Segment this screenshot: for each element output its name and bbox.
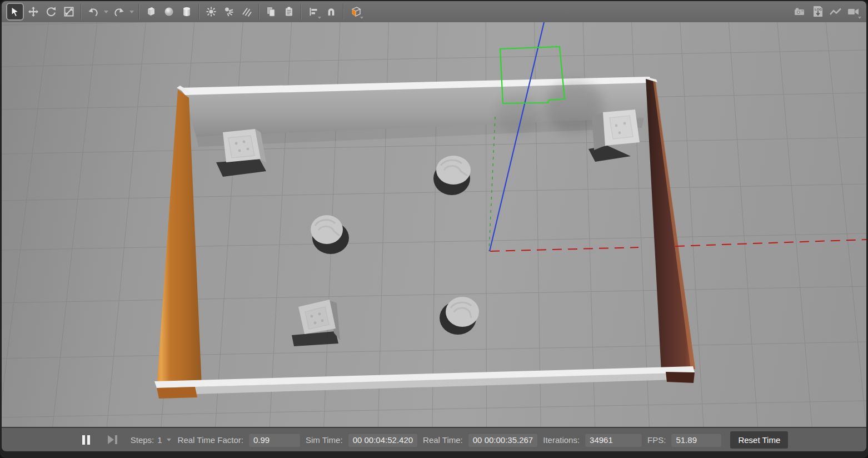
box-shape-icon xyxy=(146,6,157,17)
undo-dropdown-icon[interactable] xyxy=(104,11,108,13)
align-icon xyxy=(308,6,319,17)
paste-icon xyxy=(283,6,295,17)
insert-model-dropdown-icon[interactable] xyxy=(360,17,363,19)
toolbar-separator xyxy=(198,4,199,19)
insert-box-button[interactable] xyxy=(143,3,159,20)
video-record-button[interactable] xyxy=(845,3,862,20)
cylinder-obstacle-top[interactable] xyxy=(433,156,471,195)
real-time-label: Real Time: xyxy=(423,435,463,445)
spot-light-button[interactable] xyxy=(221,3,237,20)
redo-button[interactable] xyxy=(111,3,127,20)
real-time-field: 00 00:00:35.267 xyxy=(468,433,537,447)
align-dropdown-icon[interactable] xyxy=(318,17,321,19)
camera-icon xyxy=(794,6,807,17)
snap-button[interactable] xyxy=(323,3,340,20)
pause-button[interactable] xyxy=(80,433,92,447)
log-record-button[interactable]: LOG xyxy=(810,3,826,20)
fps-field: 51.89 xyxy=(671,433,721,447)
copy-icon xyxy=(266,6,277,17)
toolbar-separator xyxy=(301,4,302,19)
insert-cylinder-button[interactable] xyxy=(178,3,195,20)
plot-line-icon xyxy=(829,6,842,17)
step-button[interactable] xyxy=(106,433,119,446)
gazebo-window: LOG xyxy=(0,0,868,458)
spot-light-icon xyxy=(223,6,235,17)
toolbar-separator xyxy=(138,4,139,19)
cylinder-obstacle-middle[interactable] xyxy=(311,215,349,254)
sim-time-field: 00 00:04:52.420 xyxy=(348,433,417,447)
log-file-icon: LOG xyxy=(812,5,824,18)
iterations-label: Iterations: xyxy=(543,435,580,445)
orange-box-icon xyxy=(350,6,362,18)
simulation-statusbar: Steps: 1 Real Time Factor: 0.99 Sim Time… xyxy=(2,427,866,451)
scale-icon xyxy=(63,6,74,17)
screenshot-button[interactable] xyxy=(792,3,809,20)
magnet-icon xyxy=(326,6,337,17)
steps-value[interactable]: 1 xyxy=(157,435,162,445)
sun-light-icon xyxy=(206,6,217,17)
fps-label: FPS: xyxy=(647,435,666,445)
plot-button[interactable] xyxy=(827,3,844,20)
reset-time-button[interactable]: Reset Time xyxy=(730,431,788,449)
paste-button[interactable] xyxy=(281,3,297,20)
box-obstacle-top-left[interactable] xyxy=(216,129,266,177)
steps-dropdown-icon[interactable] xyxy=(167,439,171,441)
video-camera-icon xyxy=(847,6,860,17)
step-icon xyxy=(108,435,114,444)
toolbar-separator xyxy=(258,4,260,19)
select-tool-button[interactable] xyxy=(6,3,24,21)
insert-model-button[interactable] xyxy=(347,3,364,20)
cylinder-obstacle-bottom[interactable] xyxy=(440,297,479,335)
translate-tool-button[interactable] xyxy=(25,3,42,20)
steps-label: Steps: xyxy=(131,435,154,445)
box-obstacle-bottom-left[interactable] xyxy=(292,300,340,346)
scale-tool-button[interactable] xyxy=(61,3,77,20)
toolbar-separator xyxy=(343,4,344,19)
front-wall[interactable] xyxy=(154,366,695,399)
sim-time-label: Sim Time: xyxy=(306,435,343,445)
scene-svg xyxy=(2,22,866,427)
cursor-arrow-icon xyxy=(9,6,21,17)
box-obstacle-top-right[interactable] xyxy=(588,109,640,162)
video-dropdown-icon[interactable] xyxy=(858,17,861,19)
main-toolbar: LOG xyxy=(2,1,866,22)
rotate-tool-button[interactable] xyxy=(43,3,59,20)
undo-button[interactable] xyxy=(85,3,102,20)
render-viewport[interactable] xyxy=(2,22,866,427)
rtf-field: 0.99 xyxy=(249,433,300,447)
directional-light-button[interactable] xyxy=(238,3,255,20)
svg-text:LOG: LOG xyxy=(815,7,822,11)
redo-dropdown-icon[interactable] xyxy=(129,11,134,13)
right-wood-wall[interactable] xyxy=(645,77,695,372)
step-icon-bar xyxy=(115,435,117,444)
copy-button[interactable] xyxy=(263,3,280,20)
toolbar-separator xyxy=(81,4,82,19)
move-arrows-icon xyxy=(28,6,39,17)
undo-arrow-icon xyxy=(87,6,99,17)
align-button[interactable] xyxy=(305,3,322,20)
rtf-label: Real Time Factor: xyxy=(178,435,243,445)
rotate-arrows-icon xyxy=(46,6,57,17)
cylinder-shape-icon xyxy=(181,6,192,17)
sphere-shape-icon xyxy=(163,6,174,17)
directional-light-icon xyxy=(241,6,252,17)
redo-arrow-icon xyxy=(113,6,125,17)
point-light-button[interactable] xyxy=(203,3,220,20)
iterations-field: 34961 xyxy=(585,433,642,447)
insert-sphere-button[interactable] xyxy=(161,3,177,20)
